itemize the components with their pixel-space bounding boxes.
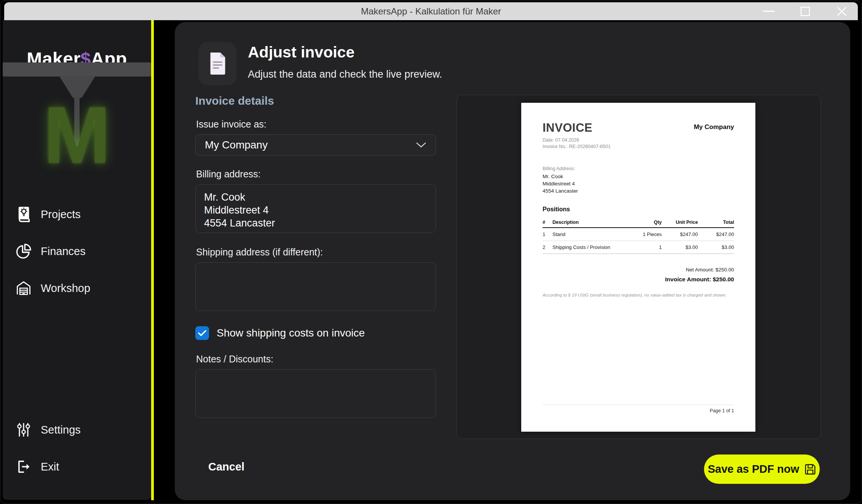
tax-disclaimer: According to § 19 UStG (small business r…	[543, 293, 734, 297]
dialog-icon-tile	[198, 42, 236, 85]
cancel-button[interactable]: Cancel	[208, 461, 244, 473]
minimize-button[interactable]	[761, 4, 776, 19]
invoice-company-name: My Company	[694, 123, 734, 131]
sidebar-item-exit[interactable]: Exit	[3, 456, 151, 477]
invoice-preview-panel: INVOICE My Company Date: 07.04.2026 Invo…	[457, 95, 821, 439]
issue-invoice-as-label: Issue invoice as:	[196, 119, 436, 130]
sidebar-item-workshop[interactable]: Workshop	[3, 278, 151, 299]
pie-chart-icon	[15, 242, 32, 260]
col-number: #	[543, 217, 552, 228]
col-description: Description	[552, 217, 629, 228]
cell: Shipping Costs / Provision	[552, 241, 629, 254]
col-unit-price: Unit Price	[662, 217, 698, 228]
cell: 1 Pieces	[629, 228, 662, 241]
sidebar-item-label: Projects	[41, 208, 81, 221]
cell: $247.00	[662, 228, 698, 241]
invoice-billing-label: Billing Address:	[543, 166, 734, 171]
cell: 1	[543, 228, 552, 241]
invoice-amount: Invoice Amount: $250.00	[543, 276, 734, 283]
net-amount: Net Amount: $250.00	[543, 267, 734, 273]
col-qty: Qty	[629, 217, 662, 228]
chevron-down-icon	[416, 142, 426, 148]
col-total: Total	[698, 217, 734, 228]
billing-address-input[interactable]: Mr. Cook Middlestreet 4 4554 Lancaster	[195, 184, 436, 233]
shipping-address-label: Shipping address (if different):	[196, 247, 436, 258]
section-heading: Invoice details	[195, 94, 436, 107]
app-window: MakersApp - Kalkulation für Maker Maker$…	[0, 0, 862, 504]
dialog-subtitle: Adjust the data and check the live previ…	[248, 69, 442, 80]
sidebar-item-label: Settings	[41, 424, 81, 436]
printer-gantry-graphic	[3, 62, 151, 77]
window-title: MakersApp - Kalkulation für Maker	[361, 6, 501, 17]
minimize-icon	[763, 11, 774, 12]
billing-address-label: Billing address:	[196, 169, 436, 180]
shipping-costs-checkbox-label: Show shipping costs on invoice	[217, 327, 365, 339]
address-line: Middlestreet 4	[543, 180, 734, 187]
save-as-pdf-button[interactable]: Save as PDF now	[704, 455, 820, 484]
address-line: Mr. Cook	[543, 173, 734, 180]
sidebar-item-label: Exit	[41, 461, 59, 473]
invoice-billing-address: Mr. Cook Middlestreet 4 4554 Lancaster	[543, 173, 734, 195]
sign-out-icon	[15, 458, 32, 475]
window-controls	[761, 2, 849, 20]
sidebar-item-settings[interactable]: Settings	[3, 419, 151, 440]
idea-book-icon	[15, 206, 32, 223]
titlebar: MakersApp - Kalkulation für Maker	[4, 2, 858, 20]
floppy-disk-icon	[805, 464, 816, 475]
sidebar: Maker$App M Projects	[3, 20, 151, 500]
cell: $3.00	[662, 241, 698, 254]
close-button[interactable]	[834, 4, 849, 19]
invoice-paper: INVOICE My Company Date: 07.04.2026 Invo…	[521, 103, 755, 432]
invoice-form: Invoice details Issue invoice as: My Com…	[195, 94, 436, 418]
cell: 2	[543, 241, 552, 254]
invoice-page-footer: Page 1 of 1	[543, 405, 734, 413]
dialog-title: Adjust invoice	[248, 43, 354, 61]
maximize-button[interactable]	[798, 4, 813, 19]
issue-invoice-as-select[interactable]: My Company	[195, 134, 436, 156]
notes-discounts-input[interactable]	[195, 369, 436, 418]
cell: $3.00	[698, 241, 734, 254]
invoice-number: Invoice No.: RE-20260407-6501	[543, 144, 734, 150]
maximize-icon	[800, 6, 810, 16]
sidebar-item-finances[interactable]: Finances	[3, 241, 151, 262]
issue-invoice-as-value: My Company	[205, 139, 416, 151]
sidebar-item-label: Finances	[41, 245, 86, 258]
cell: $247.00	[698, 228, 734, 241]
sidebar-item-label: Workshop	[41, 282, 90, 295]
adjust-invoice-dialog: Adjust invoice Adjust the data and check…	[175, 22, 850, 500]
garage-icon	[15, 279, 32, 297]
sliders-icon	[15, 421, 32, 439]
table-row: 1 Stand 1 Pieces $247.00 $247.00	[543, 228, 734, 241]
address-line: 4554 Lancaster	[543, 187, 734, 195]
table-header-row: # Description Qty Unit Price Total	[543, 217, 734, 228]
close-icon	[836, 6, 847, 17]
invoice-meta: Date: 07.04.2026 Invoice No.: RE-2026040…	[543, 137, 734, 150]
cell: Stand	[552, 228, 629, 241]
cell: 1	[629, 241, 662, 254]
shipping-costs-check-row[interactable]: Show shipping costs on invoice	[195, 326, 436, 340]
document-icon	[208, 52, 227, 75]
invoice-positions-heading: Positions	[543, 206, 734, 213]
shipping-address-input[interactable]	[195, 262, 436, 311]
sidebar-accent-divider	[151, 20, 154, 500]
invoice-title: INVOICE	[543, 121, 592, 135]
invoice-header: INVOICE My Company	[543, 121, 734, 135]
table-row: 2 Shipping Costs / Provision 1 $3.00 $3.…	[543, 241, 734, 254]
sidebar-item-projects[interactable]: Projects	[3, 204, 151, 225]
save-as-pdf-label: Save as PDF now	[708, 463, 799, 475]
shipping-costs-checkbox[interactable]	[195, 326, 209, 340]
invoice-date: Date: 07.04.2026	[543, 137, 734, 144]
invoice-totals: Net Amount: $250.00 Invoice Amount: $250…	[543, 267, 734, 283]
invoice-positions-table: # Description Qty Unit Price Total 1 Sta…	[543, 217, 734, 254]
check-icon	[198, 330, 206, 337]
notes-discounts-label: Notes / Discounts:	[196, 354, 436, 365]
m-logo-graphic: M	[3, 95, 151, 175]
